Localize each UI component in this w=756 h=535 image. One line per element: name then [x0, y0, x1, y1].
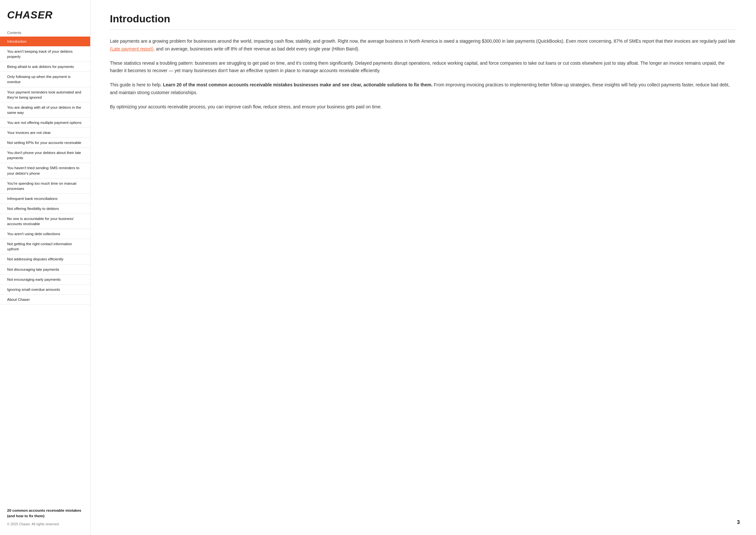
paragraph-p3: This guide is here to help. Learn 20 of …: [110, 81, 737, 97]
sidebar-item-bank-reconciliations[interactable]: Infrequent bank reconciliations: [0, 194, 90, 204]
page-title: Introduction: [110, 13, 737, 30]
sidebar-logo: CHASER: [0, 9, 90, 29]
sidebar-item-introduction[interactable]: Introduction: [0, 37, 90, 46]
page-number: 3: [737, 520, 740, 525]
content-body: Late payments are a growing problem for …: [110, 38, 737, 111]
sidebar-footer: 20 common accounts receivable mistakes (…: [0, 502, 90, 529]
sidebar-item-invoices-not-clear[interactable]: Your invoices are not clear: [0, 128, 90, 138]
paragraph-p4: By optimizing your accounts receivable p…: [110, 103, 737, 111]
sidebar-item-flexibility[interactable]: Not offering flexibility to debtors: [0, 204, 90, 214]
sidebar-item-small-overdue[interactable]: Ignoring small overdue amounts: [0, 285, 90, 295]
sidebar-item-multiple-payment[interactable]: You are not offering multiple payment op…: [0, 118, 90, 128]
sidebar-item-contact-info[interactable]: Not getting the right contact informatio…: [0, 239, 90, 254]
sidebar-item-phone-debtors[interactable]: You don't phone your debtors about their…: [0, 148, 90, 163]
sidebar-item-only-following-up[interactable]: Only following up when the payment is ov…: [0, 72, 90, 87]
sidebar-item-afraid-to-ask[interactable]: Being afraid to ask debtors for payments: [0, 62, 90, 72]
sidebar-copyright: © 2025 Chaser. All rights reserved.: [7, 522, 83, 526]
main-content: Introduction Late payments are a growing…: [91, 0, 756, 535]
paragraph-p1: Late payments are a growing problem for …: [110, 38, 737, 53]
sidebar-item-about-chaser[interactable]: About Chaser: [0, 295, 90, 305]
sidebar-item-sms-reminders[interactable]: You haven't tried sending SMS reminders …: [0, 163, 90, 178]
logo-text: CHASER: [7, 9, 53, 21]
sidebar-item-accountable[interactable]: No one is accountable for your business'…: [0, 214, 90, 229]
sidebar-item-manual-processes[interactable]: You're spending too much time on manual …: [0, 179, 90, 194]
sidebar-navigation: IntroductionYou aren't keeping track of …: [0, 37, 90, 502]
sidebar-item-dealing-same-way[interactable]: You are dealing with all of your debtors…: [0, 102, 90, 118]
inline-link[interactable]: (Late payment report),: [110, 46, 155, 51]
sidebar-item-debt-collections[interactable]: You aren't using debt collections: [0, 229, 90, 239]
sidebar-item-disputes[interactable]: Not addressing disputes efficiently: [0, 254, 90, 264]
sidebar-tagline: 20 common accounts receivable mistakes (…: [7, 508, 83, 519]
contents-label: Contents: [0, 29, 90, 37]
paragraph-p2: These statistics reveal a troubling patt…: [110, 60, 737, 75]
sidebar-item-encouraging-early[interactable]: Not encouraging early payments: [0, 275, 90, 285]
sidebar-item-keeping-track[interactable]: You aren't keeping track of your debtors…: [0, 46, 90, 62]
bold-text: Learn 20 of the most common accounts rec…: [163, 82, 432, 87]
sidebar-item-payment-reminders[interactable]: Your payment reminders look automated an…: [0, 87, 90, 102]
sidebar: CHASER Contents IntroductionYou aren't k…: [0, 0, 91, 535]
sidebar-item-kpis[interactable]: Not setting KPIs for your accounts recei…: [0, 138, 90, 148]
sidebar-item-discouraging-late[interactable]: Not discouraging late payments: [0, 265, 90, 275]
